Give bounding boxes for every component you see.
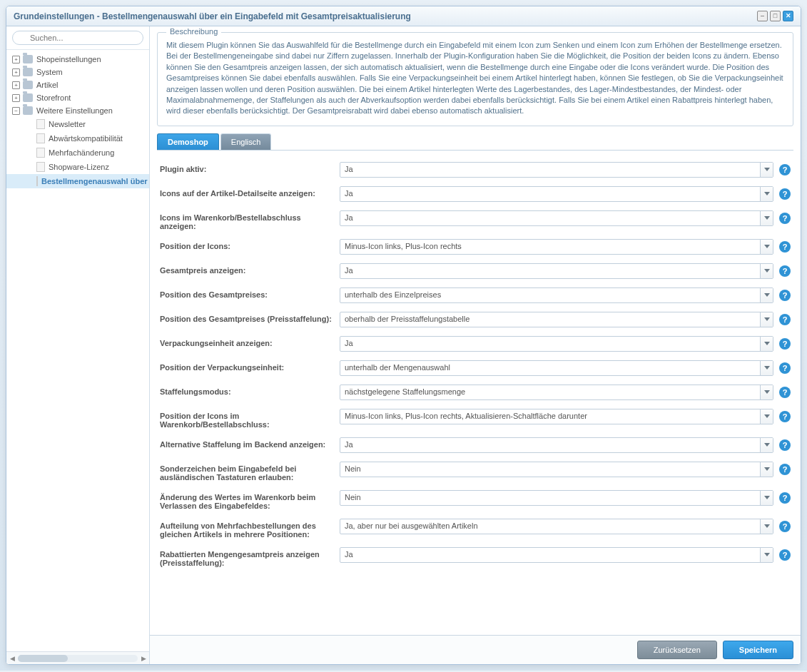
field-label: Sonderzeichen beim Eingabefeld bei auslä… bbox=[160, 462, 340, 482]
select-input[interactable]: unterhalb des Einzelpreises bbox=[340, 287, 773, 303]
help-icon[interactable]: ? bbox=[779, 362, 791, 374]
horizontal-scrollbar[interactable]: ◀ ▶ bbox=[6, 651, 149, 664]
select-input[interactable]: Ja bbox=[340, 263, 773, 279]
help-icon[interactable]: ? bbox=[779, 314, 791, 325]
minimize-button[interactable]: – bbox=[757, 11, 768, 21]
page-icon bbox=[36, 162, 45, 172]
chevron-down-icon[interactable] bbox=[760, 337, 773, 351]
sidebar-item-newsletter[interactable]: Newsletter bbox=[6, 117, 149, 131]
chevron-down-icon[interactable] bbox=[760, 491, 773, 505]
chevron-down-icon[interactable] bbox=[760, 438, 773, 452]
chevron-down-icon[interactable] bbox=[760, 361, 773, 375]
expand-icon[interactable]: + bbox=[12, 94, 20, 102]
select-input[interactable]: nächstgelegene Staffelungsmenge bbox=[340, 385, 773, 400]
chevron-down-icon[interactable] bbox=[760, 163, 773, 177]
field-label: Position des Gesamtpreises (Preisstaffel… bbox=[160, 312, 340, 323]
select-value: Ja, aber nur bei ausgewählten Artikeln bbox=[340, 519, 760, 534]
sidebar-item-mehrfachaenderung[interactable]: Mehrfachänderung bbox=[6, 146, 149, 160]
help-icon[interactable]: ? bbox=[779, 387, 791, 398]
select-input[interactable]: Ja bbox=[340, 162, 773, 178]
expand-icon[interactable]: + bbox=[12, 56, 20, 63]
select-input[interactable]: Nein bbox=[340, 462, 773, 477]
field-label: Position des Gesamtpreises: bbox=[160, 287, 340, 299]
folder-icon bbox=[23, 106, 33, 115]
sidebar-item-artikel[interactable]: + Artikel bbox=[6, 78, 149, 91]
field-control: Ja? bbox=[340, 210, 791, 226]
form-area: Plugin aktiv:Ja?Icons auf der Artikel-De… bbox=[150, 151, 801, 635]
close-button[interactable]: ✕ bbox=[783, 11, 793, 21]
help-icon[interactable]: ? bbox=[779, 164, 791, 175]
sidebar-item-bestellmengenauswahl[interactable]: Bestellmengenauswahl über e bbox=[6, 174, 149, 188]
sidebar-item-system[interactable]: + System bbox=[6, 66, 149, 78]
chevron-down-icon[interactable] bbox=[760, 385, 773, 399]
sidebar-item-weitere-einstellungen[interactable]: − Weitere Einstellungen bbox=[6, 104, 149, 117]
collapse-icon[interactable]: − bbox=[12, 107, 20, 115]
chevron-down-icon[interactable] bbox=[760, 312, 773, 327]
help-icon[interactable]: ? bbox=[779, 213, 791, 224]
field-label: Plugin aktiv: bbox=[160, 162, 340, 173]
maximize-button[interactable]: □ bbox=[770, 11, 781, 21]
scroll-left-icon[interactable]: ◀ bbox=[6, 655, 18, 662]
help-icon[interactable]: ? bbox=[779, 338, 791, 350]
help-icon[interactable]: ? bbox=[779, 492, 791, 504]
save-button[interactable]: Speichern bbox=[723, 641, 793, 659]
scroll-thumb[interactable] bbox=[18, 655, 68, 662]
scroll-right-icon[interactable]: ▶ bbox=[138, 655, 149, 662]
chevron-down-icon[interactable] bbox=[760, 548, 773, 562]
select-input[interactable]: Ja bbox=[340, 547, 773, 563]
help-icon[interactable]: ? bbox=[779, 188, 791, 200]
chevron-down-icon[interactable] bbox=[760, 211, 773, 225]
sidebar-item-shopware-lizenz[interactable]: Shopware-Lizenz bbox=[6, 160, 149, 174]
select-input[interactable]: Ja bbox=[340, 186, 773, 202]
chevron-down-icon[interactable] bbox=[760, 519, 773, 534]
titlebar: Grundeinstellungen - Bestellmengenauswah… bbox=[6, 6, 801, 26]
select-input[interactable]: Nein bbox=[340, 490, 773, 506]
sidebar: 🔍 + Shopeinstellungen + System + bbox=[6, 26, 150, 664]
select-value: Ja bbox=[340, 211, 760, 225]
chevron-down-icon[interactable] bbox=[760, 462, 773, 477]
chevron-down-icon[interactable] bbox=[760, 288, 773, 302]
sidebar-item-label: Shopware-Lizenz bbox=[49, 163, 109, 171]
chevron-down-icon[interactable] bbox=[760, 409, 773, 424]
form-row: Sonderzeichen beim Eingabefeld bei auslä… bbox=[160, 462, 791, 482]
form-row: Position des Gesamtpreises:unterhalb des… bbox=[160, 287, 791, 303]
page-icon bbox=[36, 176, 38, 186]
sidebar-item-storefront[interactable]: + Storefront bbox=[6, 91, 149, 104]
select-value: Ja bbox=[340, 187, 760, 201]
form-row: Plugin aktiv:Ja? bbox=[160, 162, 791, 178]
help-icon[interactable]: ? bbox=[779, 290, 791, 301]
help-icon[interactable]: ? bbox=[779, 265, 791, 277]
search-input[interactable] bbox=[12, 31, 143, 45]
help-icon[interactable]: ? bbox=[779, 464, 791, 475]
sidebar-item-shopeinstellungen[interactable]: + Shopeinstellungen bbox=[6, 53, 149, 66]
tab-englisch[interactable]: Englisch bbox=[220, 133, 272, 150]
select-input[interactable]: Ja bbox=[340, 210, 773, 226]
tab-demoshop[interactable]: Demoshop bbox=[157, 133, 219, 150]
sidebar-item-abwaertskompatibilitaet[interactable]: Abwärtskompatibilität bbox=[6, 131, 149, 146]
expand-icon[interactable]: + bbox=[12, 81, 20, 89]
field-label: Icons auf der Artikel-Detailseite anzeig… bbox=[160, 186, 340, 198]
help-icon[interactable]: ? bbox=[779, 549, 791, 561]
help-icon[interactable]: ? bbox=[779, 241, 791, 253]
select-input[interactable]: unterhalb der Mengenauswahl bbox=[340, 360, 773, 376]
help-icon[interactable]: ? bbox=[779, 521, 791, 532]
select-input[interactable]: Minus-Icon links, Plus-Icon rechts bbox=[340, 239, 773, 255]
select-input[interactable]: oberhalb der Preisstaffelungstabelle bbox=[340, 312, 773, 327]
chevron-down-icon[interactable] bbox=[760, 240, 773, 254]
select-input[interactable]: Ja bbox=[340, 437, 773, 453]
page-icon bbox=[36, 133, 45, 143]
select-input[interactable]: Minus-Icon links, Plus-Icon rechts, Aktu… bbox=[340, 409, 773, 424]
help-icon[interactable]: ? bbox=[779, 411, 791, 422]
scroll-track[interactable] bbox=[18, 655, 138, 662]
help-icon[interactable]: ? bbox=[779, 439, 791, 451]
chevron-down-icon[interactable] bbox=[760, 264, 773, 278]
reset-button[interactable]: Zurücksetzen bbox=[637, 641, 717, 659]
select-input[interactable]: Ja bbox=[340, 336, 773, 352]
field-label: Staffelungsmodus: bbox=[160, 385, 340, 396]
select-value: unterhalb des Einzelpreises bbox=[340, 288, 760, 302]
chevron-down-icon[interactable] bbox=[760, 187, 773, 201]
expand-icon[interactable]: + bbox=[12, 68, 20, 76]
select-value: Minus-Icon links, Plus-Icon rechts bbox=[340, 240, 760, 254]
window-title: Grundeinstellungen - Bestellmengenauswah… bbox=[14, 11, 757, 21]
select-input[interactable]: Ja, aber nur bei ausgewählten Artikeln bbox=[340, 519, 773, 534]
